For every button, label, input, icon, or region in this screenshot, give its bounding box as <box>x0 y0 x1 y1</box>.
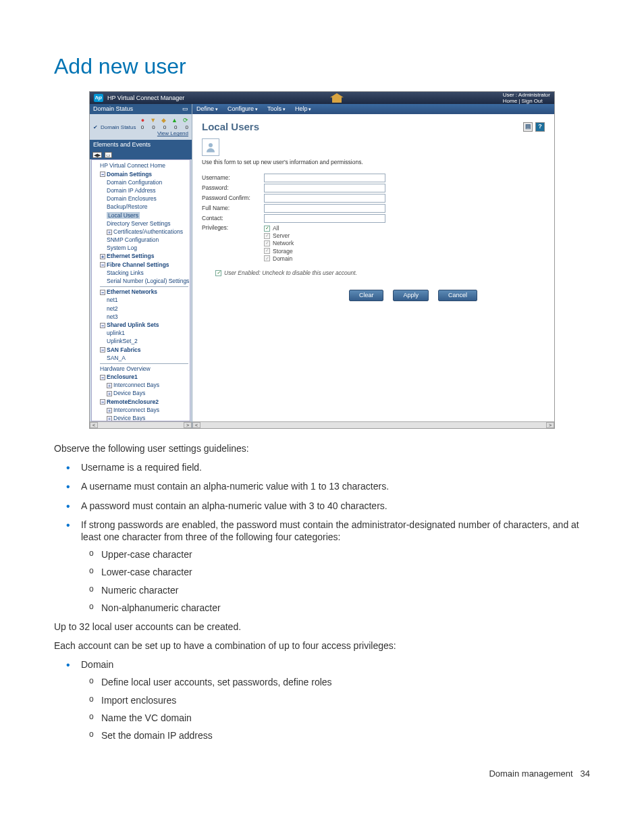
intro-text: Observe the following user settings guid… <box>54 442 590 454</box>
menu-tools[interactable]: Tools <box>267 105 286 113</box>
tree-item[interactable]: Domain Enclosures <box>107 194 188 203</box>
tree-item[interactable]: net2 <box>107 305 188 313</box>
domain-status-label: Domain Status <box>101 124 136 131</box>
page-title: Add new user <box>54 54 590 79</box>
nav-tree: HP Virtual Connect Home −Domain Settings… <box>91 159 190 421</box>
tree-item[interactable]: +Interconnect Bays <box>107 381 188 389</box>
tree-item[interactable]: uplink1 <box>107 329 188 337</box>
tree-eth-networks[interactable]: −Ethernet Networks <box>100 286 188 296</box>
fullname-input[interactable] <box>264 204 385 213</box>
refresh-icon[interactable]: ⟳ <box>183 117 188 124</box>
plus-icon[interactable]: + <box>107 383 112 388</box>
tree-item[interactable]: +Device Bays <box>107 414 188 421</box>
elements-events-header: Elements and Events <box>90 140 192 150</box>
tree-item[interactable]: System Log <box>107 244 188 252</box>
tree-item[interactable]: SNMP Configuration <box>107 236 188 244</box>
tree-item[interactable]: UplinkSet_2 <box>107 337 188 345</box>
domain-status-box: ● ▼ ◆ ▲ ⟳ ✔ Domain Status 0 0 0 0 0 <box>90 114 192 140</box>
user-enabled-label: User Enabled: Uncheck to disable this us… <box>224 269 357 276</box>
tree-remote2[interactable]: −RemoteEnclosure2 <box>100 398 188 406</box>
user-enabled-checkbox[interactable] <box>215 270 221 276</box>
collapse-icon[interactable]: ▭ <box>182 105 188 113</box>
plus-icon[interactable]: + <box>107 230 112 235</box>
minus-icon[interactable]: − <box>100 290 105 295</box>
clear-button[interactable]: Clear <box>349 290 384 301</box>
tree-home[interactable]: HP Virtual Connect Home <box>100 161 188 170</box>
pw-category-item: Non-alphanumeric character <box>101 602 590 614</box>
tree-shared-uplink[interactable]: −Shared Uplink Sets <box>100 321 188 329</box>
user-info: User : Administrator Home | Sign Out <box>503 92 550 104</box>
plus-icon[interactable]: + <box>107 391 112 396</box>
tree-item[interactable]: Stacking Links <box>107 269 188 277</box>
tree-enclosure1[interactable]: −Enclosure1 <box>100 373 188 381</box>
tree-eth-settings[interactable]: +Ethernet Settings <box>100 252 188 260</box>
tree-local-users[interactable]: Local Users <box>107 211 188 219</box>
help-icon[interactable]: ? <box>535 122 545 132</box>
tree-fc-settings[interactable]: −Fibre Channel Settings <box>100 261 188 269</box>
tree-item[interactable]: Directory Server Settings <box>107 219 188 228</box>
tree-item[interactable]: +Certificates/Authentications <box>107 228 188 236</box>
footer-page-number: 34 <box>581 768 590 779</box>
priv-network-checkbox[interactable] <box>264 240 270 246</box>
scroll-right-icon[interactable]: > <box>184 422 192 428</box>
minus-icon[interactable]: − <box>100 172 105 177</box>
minus-icon[interactable]: − <box>100 347 105 353</box>
view-legend-link[interactable]: View Legend <box>93 130 188 137</box>
tree-san-fabrics[interactable]: −SAN Fabrics <box>100 346 188 354</box>
priv-all-checkbox[interactable] <box>264 226 270 232</box>
minus-icon[interactable]: − <box>100 399 105 405</box>
scroll-left-icon[interactable]: < <box>90 422 98 428</box>
domain-action-item: Define local user accounts, set password… <box>101 676 590 688</box>
tree-item[interactable]: +Device Bays <box>107 389 188 397</box>
tree-item[interactable]: net3 <box>107 313 188 321</box>
tree-item[interactable]: Domain Configuration <box>107 178 188 186</box>
caution-icon: ◆ <box>161 117 166 124</box>
menu-define[interactable]: Define <box>196 105 218 113</box>
user-avatar-icon <box>202 138 219 156</box>
priv-all-label: All <box>273 225 279 232</box>
plus-icon[interactable]: + <box>100 254 105 259</box>
home-signout-links[interactable]: Home | Sign Out <box>503 98 543 104</box>
cancel-button[interactable]: Cancel <box>438 290 477 301</box>
tree-item[interactable]: SAN_A <box>107 354 188 362</box>
priv-domain-label: Domain <box>273 255 292 262</box>
plus-icon[interactable]: + <box>107 416 112 421</box>
titlebar: hp HP Virtual Connect Manager User : Adm… <box>90 92 554 104</box>
tree-expand-icon[interactable]: ▭ <box>105 152 112 158</box>
priv-domain-checkbox[interactable] <box>264 255 270 261</box>
user-label: User : Administrator <box>503 92 550 98</box>
tree-collapse-icon[interactable]: ◀▶ <box>92 152 102 158</box>
fullname-label: Full Name: <box>202 205 264 211</box>
contact-input[interactable] <box>264 214 385 223</box>
username-input[interactable] <box>264 174 385 182</box>
sidebar-scrollbar[interactable]: <> <box>90 421 192 428</box>
plus-icon[interactable]: + <box>107 408 112 413</box>
tree-domain-settings[interactable]: −Domain Settings <box>100 170 188 178</box>
menu-help[interactable]: Help <box>295 105 311 113</box>
document-body: Observe the following user settings guid… <box>54 442 590 741</box>
priv-storage-checkbox[interactable] <box>264 248 270 254</box>
count-0: 0 <box>141 124 144 131</box>
menu-configure[interactable]: Configure <box>227 105 258 113</box>
status-ok-icon: ✔ <box>93 124 98 131</box>
password-input[interactable] <box>264 184 385 192</box>
minus-icon[interactable]: − <box>100 375 105 380</box>
tree-hw-overview[interactable]: Hardware Overview <box>100 363 188 373</box>
panel-title-label: Local Users <box>202 121 259 133</box>
tree-item[interactable]: net1 <box>107 296 188 304</box>
password-confirm-input[interactable] <box>264 194 385 203</box>
scroll-left-icon[interactable]: < <box>192 422 200 428</box>
tree-item[interactable]: +Interconnect Bays <box>107 406 188 414</box>
home-icon[interactable] <box>330 93 344 103</box>
main-scrollbar[interactable]: <> <box>192 421 554 428</box>
scroll-right-icon[interactable]: > <box>546 422 554 428</box>
minus-icon[interactable]: − <box>100 323 105 328</box>
print-icon[interactable]: ▤ <box>523 122 533 132</box>
priv-server-checkbox[interactable] <box>264 233 270 239</box>
tree-item[interactable]: Backup/Restore <box>107 203 188 211</box>
minus-icon[interactable]: − <box>100 262 105 267</box>
tree-item[interactable]: Serial Number (Logical) Settings <box>107 277 188 285</box>
apply-button[interactable]: Apply <box>393 290 429 301</box>
domain-action-item: Set the domain IP address <box>101 729 590 741</box>
tree-item[interactable]: Domain IP Address <box>107 186 188 194</box>
